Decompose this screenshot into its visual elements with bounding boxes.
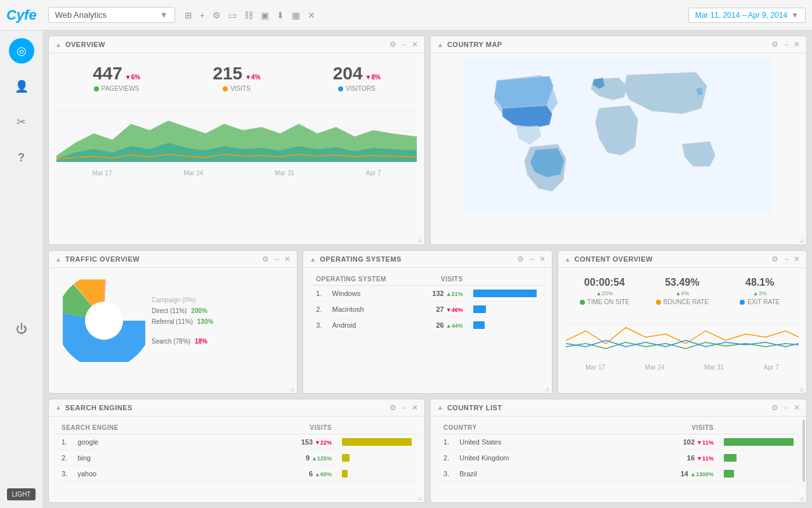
table-row: 1. Windows 132 ▲21% xyxy=(311,286,544,302)
overview-resize-handle[interactable]: ⊿ xyxy=(417,237,423,243)
layout-icon[interactable]: ▦ xyxy=(290,8,302,22)
light-mode-button[interactable]: LIGHT xyxy=(7,488,36,500)
content-gear-icon[interactable]: ⚙ xyxy=(771,255,778,264)
country-list-close-icon[interactable]: ✕ xyxy=(794,403,800,412)
os-body: OPERATING SYSTEM VISITS 1. Windows 132 ▲… xyxy=(303,268,551,338)
traffic-close-icon[interactable]: ✕ xyxy=(284,255,291,264)
pageviews-value: 447 ▼6% xyxy=(93,64,140,84)
traffic-arrow-icon[interactable]: → xyxy=(273,255,280,264)
os-bar-header xyxy=(468,273,544,286)
search-change-2: ▲125% xyxy=(311,455,332,462)
svg-point-10 xyxy=(85,302,123,340)
grid-icon[interactable]: ⊞ xyxy=(183,8,194,22)
content-resize-handle[interactable]: ⊿ xyxy=(799,385,805,392)
calendar-chevron-icon: ▼ xyxy=(791,11,799,20)
country-col1-header: COUNTRY xyxy=(438,422,608,434)
map-collapse-icon[interactable]: ▲ xyxy=(437,41,443,48)
traffic-controls: ⚙ → ✕ xyxy=(262,255,291,264)
country-col2-header: VISITS xyxy=(608,422,719,434)
sidebar-item-tools[interactable]: ✂ xyxy=(9,109,34,135)
sidebar-item-user[interactable]: 👤 xyxy=(9,74,34,99)
search-close-icon[interactable]: ✕ xyxy=(412,403,418,412)
os-arrow-icon[interactable]: → xyxy=(528,255,535,264)
traffic-pie-section: Campaign (0%) Direct (11%) 200% Referral… xyxy=(56,273,289,368)
overview-chart xyxy=(56,98,417,168)
content-collapse-icon[interactable]: ▲ xyxy=(565,256,571,263)
tools-icon: ✂ xyxy=(16,115,26,129)
os-close-icon[interactable]: ✕ xyxy=(539,255,546,264)
search-rank-1: 1. xyxy=(56,434,72,450)
country-visits-2: 16 ▼11% xyxy=(608,450,719,465)
overview-gear-icon[interactable]: ⚙ xyxy=(390,40,396,49)
overview-close-icon[interactable]: ✕ xyxy=(412,40,418,49)
map-close-icon[interactable]: ✕ xyxy=(794,40,800,49)
user-icon: 👤 xyxy=(15,79,29,93)
overview-arrow-icon[interactable]: → xyxy=(400,40,408,49)
search-collapse-icon[interactable]: ▲ xyxy=(55,404,62,411)
power-icon: ⏻ xyxy=(16,323,27,336)
map-controls: ⚙ → ✕ xyxy=(771,40,800,49)
map-resize-handle[interactable]: ⊿ xyxy=(799,237,805,243)
content-chart xyxy=(566,312,799,363)
table-row: 3. Brazil 14 ▲1300% xyxy=(438,465,799,481)
os-rank-1: 1. xyxy=(311,286,327,302)
country-list-arrow-icon[interactable]: → xyxy=(782,403,790,412)
country-rank-2: 2. xyxy=(438,450,454,465)
os-name-3: Android xyxy=(327,318,414,333)
map-body xyxy=(431,53,806,218)
os-bar-fill-3 xyxy=(473,321,485,329)
download-icon[interactable]: ⬇ xyxy=(275,8,286,22)
window-icon[interactable]: ▭ xyxy=(226,8,239,22)
os-resize-handle[interactable]: ⊿ xyxy=(544,385,551,392)
scrollbar[interactable] xyxy=(802,420,805,482)
monitor-icon[interactable]: ▣ xyxy=(259,8,271,22)
traffic-labels: Campaign (0%) Direct (11%) 200% Referral… xyxy=(152,297,283,345)
traffic-resize-handle[interactable]: ⊿ xyxy=(289,385,296,392)
map-gear-icon[interactable]: ⚙ xyxy=(771,40,778,49)
search-rank-2: 2. xyxy=(56,450,72,465)
content-arrow-icon[interactable]: → xyxy=(782,255,790,264)
content-chart-svg xyxy=(566,312,799,363)
search-col1-header: SEARCH ENGINE xyxy=(56,422,219,434)
content-close-icon[interactable]: ✕ xyxy=(794,255,800,264)
country-list-collapse-icon[interactable]: ▲ xyxy=(437,404,443,411)
overview-collapse-icon[interactable]: ▲ xyxy=(55,41,62,48)
search-arrow-icon[interactable]: → xyxy=(400,403,408,412)
date-range-picker[interactable]: Mar 11, 2014 – Apr 9, 2014 ▼ xyxy=(688,8,806,23)
os-bar-1 xyxy=(468,286,544,302)
os-visits-1: 132 ▲21% xyxy=(413,286,468,302)
traffic-label-referral: Referral (11%) 130% xyxy=(152,318,283,325)
close-icon[interactable]: ✕ xyxy=(306,8,317,22)
os-rank-3: 3. xyxy=(311,318,327,333)
os-visits-2: 27 ▼46% xyxy=(413,302,468,318)
search-visits-2: 9 ▲125% xyxy=(219,450,337,465)
add-icon[interactable]: + xyxy=(198,8,207,22)
search-resize-handle[interactable]: ⊿ xyxy=(417,495,423,501)
link-icon[interactable]: ⛓ xyxy=(242,8,255,22)
bounce-dot xyxy=(656,300,661,305)
country-list-resize-handle[interactable]: ⊿ xyxy=(799,495,805,501)
sidebar-item-power[interactable]: ⏻ xyxy=(9,317,34,342)
dashboard-label: Web Analytics xyxy=(55,10,107,20)
country-change-3: ▲1300% xyxy=(690,471,714,478)
sidebar-item-dashboard[interactable]: ◎ xyxy=(9,38,34,64)
table-row: 1. United States 102 ▼11% xyxy=(438,434,799,450)
time-dot xyxy=(580,300,585,305)
os-collapse-icon[interactable]: ▲ xyxy=(310,256,316,263)
dashboard-selector[interactable]: Web Analytics ▼ xyxy=(48,7,175,23)
second-row: ▲ TRAFFIC OVERVIEW ⚙ → ✕ xyxy=(48,250,807,394)
content-stat-exit: 48.1% ▲3% EXIT RATE xyxy=(721,277,799,305)
os-gear-icon[interactable]: ⚙ xyxy=(517,255,524,264)
search-table: SEARCH ENGINE VISITS 1. google 153 ▼22% xyxy=(56,422,417,482)
date-range-label: Mar 11, 2014 – Apr 9, 2014 xyxy=(695,11,787,20)
country-visits-1: 102 ▼11% xyxy=(608,434,719,450)
search-gear-icon[interactable]: ⚙ xyxy=(390,403,396,412)
search-bar-fill-2 xyxy=(342,454,350,462)
sidebar-item-help[interactable]: ? xyxy=(9,145,34,170)
map-arrow-icon[interactable]: → xyxy=(782,40,790,49)
settings-icon[interactable]: ⚙ xyxy=(211,8,223,22)
country-list-gear-icon[interactable]: ⚙ xyxy=(771,403,778,412)
traffic-collapse-icon[interactable]: ▲ xyxy=(55,256,62,263)
search-rank-3: 3. xyxy=(56,465,72,481)
traffic-gear-icon[interactable]: ⚙ xyxy=(262,255,269,264)
